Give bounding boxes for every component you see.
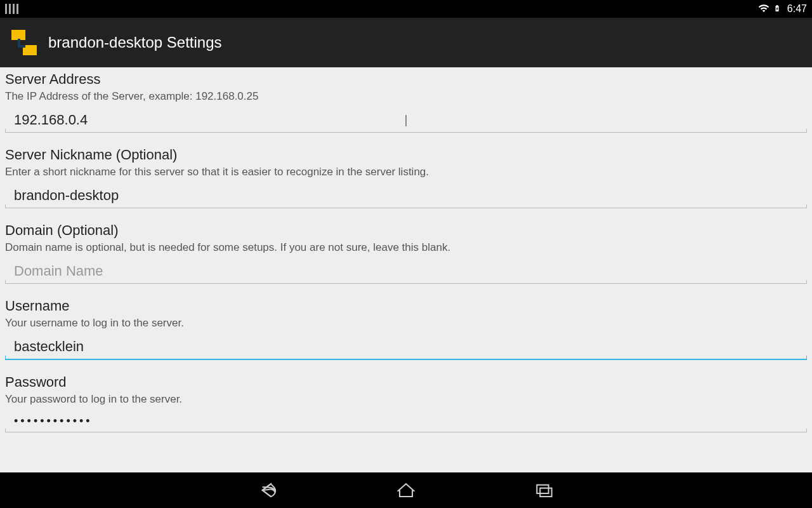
domain-input[interactable] — [5, 259, 807, 284]
field-title: Username — [5, 298, 807, 314]
svg-rect-7 — [540, 488, 551, 497]
settings-form: Server Address The IP Address of the Ser… — [0, 67, 812, 472]
field-username: Username Your username to log in to the … — [5, 298, 807, 360]
field-desc: Your username to log in to the server. — [5, 317, 807, 330]
server-nickname-input[interactable] — [5, 184, 807, 208]
field-desc: Domain name is optional, but is needed f… — [5, 241, 807, 254]
battery-charging-icon — [773, 3, 781, 16]
field-domain: Domain (Optional) Domain name is optiona… — [5, 222, 807, 284]
text-caret-icon — [406, 115, 407, 126]
field-password: Password Your password to log in to the … — [5, 374, 807, 432]
field-title: Server Address — [5, 71, 807, 88]
recent-apps-button[interactable] — [529, 475, 560, 505]
field-desc: Enter a short nickname for this server s… — [5, 166, 807, 178]
field-server-address: Server Address The IP Address of the Ser… — [5, 71, 807, 133]
username-input[interactable] — [5, 335, 807, 360]
field-desc: Your password to log in to the server. — [5, 393, 807, 406]
svg-rect-5 — [18, 45, 25, 48]
back-button[interactable] — [252, 475, 283, 505]
action-bar: brandon-desktop Settings — [0, 18, 812, 67]
page-title: brandon-desktop Settings — [48, 34, 222, 51]
svg-rect-1 — [11, 30, 18, 33]
field-desc: The IP Address of the Server, example: 1… — [5, 90, 807, 103]
field-server-nickname: Server Nickname (Optional) Enter a short… — [5, 147, 807, 208]
field-title: Password — [5, 374, 807, 391]
svg-rect-6 — [537, 485, 548, 493]
field-title: Server Nickname (Optional) — [5, 147, 807, 163]
status-time: 6:47 — [787, 3, 807, 15]
wifi-icon — [758, 3, 769, 16]
status-bar: 6:47 — [0, 0, 812, 18]
password-input[interactable] — [5, 411, 807, 432]
app-icon[interactable] — [9, 27, 39, 58]
status-indicator-icon — [5, 4, 19, 14]
field-title: Domain (Optional) — [5, 222, 807, 239]
navigation-bar — [0, 472, 812, 508]
home-button[interactable] — [391, 475, 421, 505]
